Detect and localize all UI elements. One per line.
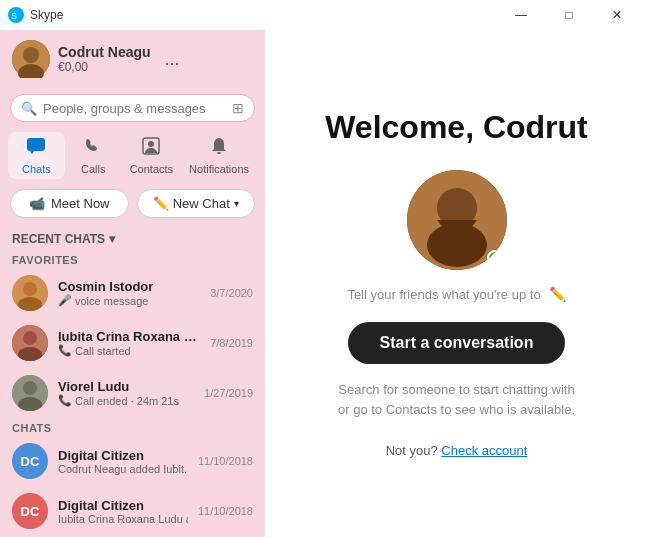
chat-preview: Codrut Neagu added Iubit... [58, 463, 188, 475]
profile-info: Codrut Neagu €0,00 [58, 44, 151, 74]
chat-preview: 📞 Call started [58, 344, 200, 357]
status-placeholder: Tell your friends what you're up to [347, 287, 540, 302]
skype-logo: S [8, 7, 24, 23]
chat-date: 1/27/2019 [204, 387, 253, 399]
start-conversation-button[interactable]: Start a conversation [348, 322, 566, 364]
maximize-button[interactable]: □ [546, 4, 592, 26]
chat-date: 7/8/2019 [210, 337, 253, 349]
list-item[interactable]: Cosmin Istodor 🎤 voice message 3/7/2020 [0, 268, 265, 318]
avatar: DC [12, 493, 48, 529]
not-you-label: Not you? [386, 443, 438, 458]
svg-point-8 [217, 152, 221, 154]
more-options-button[interactable]: ... [159, 47, 186, 72]
chat-date: 11/10/2018 [198, 505, 253, 517]
chat-info: Cosmin Istodor 🎤 voice message [58, 279, 200, 307]
tab-contacts[interactable]: Contacts [122, 132, 181, 179]
titlebar-left: S Skype [8, 7, 63, 23]
online-status-dot [487, 250, 503, 266]
action-buttons: 📹 Meet Now ✏️ New Chat ▾ [0, 185, 265, 226]
svg-point-7 [148, 141, 154, 147]
svg-point-2 [23, 47, 39, 63]
grid-icon[interactable]: ⊞ [232, 100, 244, 116]
app-title: Skype [30, 8, 63, 22]
list-item[interactable]: Iubita Crina Roxana Ludu 📞 Call started … [0, 318, 265, 368]
user-avatar-large [407, 170, 507, 270]
search-area: 🔍 ⊞ [0, 88, 265, 128]
preview-text: Call started [75, 345, 131, 357]
avatar: DC [12, 443, 48, 479]
chat-date: 11/10/2018 [198, 455, 253, 467]
preview-text: Codrut Neagu added Iubit... [58, 463, 188, 475]
search-box: 🔍 ⊞ [10, 94, 255, 122]
status-line: Tell your friends what you're up to ✏️ [347, 286, 565, 302]
avatar [12, 375, 48, 411]
contacts-label: Contacts [130, 163, 173, 175]
svg-point-16 [23, 381, 37, 395]
calls-icon [83, 136, 103, 161]
check-account-link[interactable]: Check account [441, 443, 527, 458]
list-item[interactable]: DC Digital Citizen Iubita Crina Roxana L… [0, 486, 265, 536]
chat-preview: 🎤 voice message [58, 294, 200, 307]
svg-rect-4 [27, 138, 45, 151]
chat-name: Cosmin Istodor [58, 279, 200, 294]
tab-calls[interactable]: Calls [65, 132, 122, 179]
calls-label: Calls [81, 163, 105, 175]
window-controls: — □ ✕ [498, 4, 640, 26]
recent-chats-label: RECENT CHATS [12, 232, 105, 246]
chat-preview: 📞 Call ended · 24m 21s [58, 394, 194, 407]
nav-tabs: Chats Calls Contacts [0, 128, 265, 185]
notifications-icon [209, 136, 229, 161]
contacts-icon [141, 136, 161, 161]
sidebar: Codrut Neagu €0,00 ... 🔍 ⊞ [0, 30, 265, 537]
welcome-title: Welcome, Codrut [325, 109, 588, 146]
search-input[interactable] [43, 101, 226, 116]
minimize-button[interactable]: — [498, 4, 544, 26]
chat-info: Digital Citizen Iubita Crina Roxana Ludu… [58, 498, 188, 525]
meet-now-icon: 📹 [29, 196, 45, 211]
edit-icon[interactable]: ✏️ [549, 286, 566, 302]
chat-name: Digital Citizen [58, 448, 188, 463]
recent-chats-header: RECENT CHATS ▾ [0, 226, 265, 250]
search-icon: 🔍 [21, 101, 37, 116]
chat-preview: Iubita Crina Roxana Ludu a... [58, 513, 188, 525]
favorites-header: FAVORITES [0, 250, 265, 268]
chat-name: Iubita Crina Roxana Ludu [58, 329, 200, 344]
meet-now-label: Meet Now [51, 196, 110, 211]
preview-text: voice message [75, 295, 148, 307]
profile-balance: €0,00 [58, 60, 151, 74]
close-button[interactable]: ✕ [594, 4, 640, 26]
profile-area: Codrut Neagu €0,00 ... [0, 30, 265, 88]
new-chat-label: New Chat [173, 196, 230, 211]
svg-point-10 [23, 282, 37, 296]
chats-icon [26, 136, 46, 161]
list-item[interactable]: DC Digital Citizen Codrut Neagu added Iu… [0, 436, 265, 486]
new-chat-icon: ✏️ [153, 196, 169, 211]
preview-icon: 🎤 [58, 294, 72, 307]
tab-notifications[interactable]: Notifications [181, 132, 257, 179]
chat-info: Digital Citizen Codrut Neagu added Iubit… [58, 448, 188, 475]
list-item[interactable]: Viorel Ludu 📞 Call ended · 24m 21s 1/27/… [0, 368, 265, 418]
preview-icon: 📞 [58, 394, 72, 407]
avatar [12, 40, 50, 78]
chat-info: Iubita Crina Roxana Ludu 📞 Call started [58, 329, 200, 357]
chat-list: Cosmin Istodor 🎤 voice message 3/7/2020 [0, 268, 265, 537]
chat-name: Digital Citizen [58, 498, 188, 513]
new-chat-button[interactable]: ✏️ New Chat ▾ [137, 189, 256, 218]
chat-name: Viorel Ludu [58, 379, 194, 394]
chat-date: 3/7/2020 [210, 287, 253, 299]
recent-chats-chevron-icon: ▾ [109, 232, 115, 246]
chats-label: Chats [22, 163, 51, 175]
svg-marker-5 [30, 151, 34, 154]
main-panel: Welcome, Codrut Tell your friends what y… [265, 30, 648, 537]
chevron-down-icon: ▾ [234, 198, 239, 209]
titlebar: S Skype — □ ✕ [0, 0, 648, 30]
preview-text: Iubita Crina Roxana Ludu a... [58, 513, 188, 525]
profile-name: Codrut Neagu [58, 44, 151, 60]
avatar [12, 325, 48, 361]
svg-text:S: S [11, 11, 17, 20]
meet-now-button[interactable]: 📹 Meet Now [10, 189, 129, 218]
hint-text: Search for someone to start chatting wit… [337, 380, 577, 419]
tab-chats[interactable]: Chats [8, 132, 65, 179]
chat-info: Viorel Ludu 📞 Call ended · 24m 21s [58, 379, 194, 407]
chats-header: CHATS [0, 418, 265, 436]
